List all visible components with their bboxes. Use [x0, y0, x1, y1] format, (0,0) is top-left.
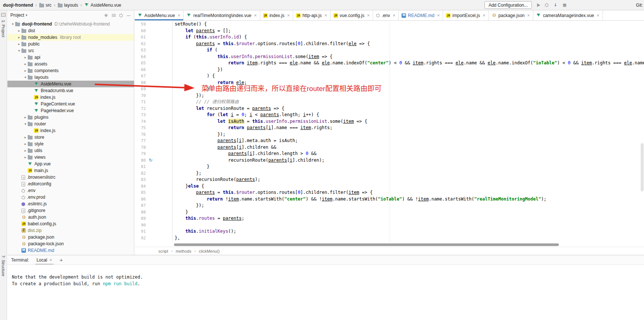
tree-item-editorconfig[interactable]: .editorconfig — [7, 181, 134, 187]
tab-readme-md[interactable]: MREADME.md× — [399, 10, 443, 20]
structure-tool-button[interactable]: 7: Structure — [1, 255, 6, 276]
tree-item-auth-json[interactable]: {}auth.json — [7, 214, 134, 220]
close-terminal-tab-icon[interactable]: × — [49, 257, 52, 263]
tree-item-package-json[interactable]: {}package.json — [7, 234, 134, 240]
tab-package-json[interactable]: {}package.json× — [489, 10, 533, 20]
tab-importexcel-js[interactable]: JSimportExcel.js× — [443, 10, 489, 20]
tree-item-app-vue[interactable]: App.vue — [7, 161, 134, 167]
chevron-collapsed-icon[interactable]: ▸ — [23, 55, 28, 59]
tree-item-router[interactable]: ▾router — [7, 121, 134, 127]
chevron-expanded-icon[interactable]: ▾ — [17, 49, 21, 53]
close-tab-icon[interactable]: × — [324, 13, 327, 18]
tree-item-components[interactable]: ▸components — [7, 67, 134, 74]
breadcrumb-item-asidemenu-vue[interactable]: AsideMenu.vue — [84, 3, 121, 8]
close-tab-icon[interactable]: × — [178, 13, 181, 18]
chevron-collapsed-icon[interactable]: ▸ — [17, 29, 21, 33]
add-configuration-button[interactable]: Add Configuration... — [484, 1, 532, 9]
settings-icon[interactable] — [545, 3, 549, 7]
vcs-update-icon[interactable]: ↓ — [553, 3, 558, 7]
close-tab-icon[interactable]: × — [254, 13, 257, 18]
horizontal-scrollbar[interactable] — [135, 243, 644, 247]
tree-item-env-prod[interactable]: .env.prod — [7, 194, 134, 201]
tree-item-env[interactable]: .env — [7, 187, 134, 194]
breadcrumb-item-src[interactable]: src — [39, 3, 51, 8]
git-branch-label[interactable]: Git: — [636, 3, 643, 8]
close-tab-icon[interactable]: × — [437, 13, 440, 18]
tree-item-duoji-frontend[interactable]: ▾duoji-frontendD:\zheheWeb\duoji-fronten… — [7, 21, 134, 27]
locate-icon[interactable]: ⊕ — [104, 13, 108, 18]
tree-item-eslintrc-js[interactable]: .eslintrc.js — [7, 201, 134, 207]
chevron-collapsed-icon[interactable]: ▸ — [23, 69, 28, 73]
project-view-dropdown[interactable]: Project ▾ — [10, 13, 27, 18]
close-tab-icon[interactable]: × — [597, 13, 600, 18]
horizontal-scrollbar-thumb[interactable] — [174, 243, 559, 246]
tree-item-asidemenu-vue[interactable]: AsideMenu.vue — [7, 81, 134, 87]
project-tool-button[interactable]: 1: Project — [1, 20, 6, 37]
breadcrumb-item-script[interactable]: script — [158, 249, 168, 253]
tree-item-label: plugins — [34, 115, 48, 120]
close-tab-icon[interactable]: × — [393, 13, 396, 18]
breadcrumb-item-layouts[interactable]: layouts — [58, 3, 78, 8]
tab-realtimemonitoring-index-vue[interactable]: realTimeMonitoring\index.vue× — [184, 10, 260, 20]
breadcrumb-item-clickmenu[interactable]: clickMenu() — [199, 249, 219, 253]
tree-item-src[interactable]: ▾src — [7, 47, 134, 54]
chevron-collapsed-icon[interactable]: ▸ — [17, 36, 21, 39]
breadcrumb-item-methods[interactable]: methods — [176, 249, 191, 253]
tree-item-index-js[interactable]: JSindex.js — [7, 94, 134, 101]
tab-vue-config-js[interactable]: JSvue.config.js× — [331, 10, 373, 20]
chevron-collapsed-icon[interactable]: ▸ — [23, 149, 28, 152]
gear-icon[interactable] — [119, 14, 123, 17]
tree-item-pagecontent-vue[interactable]: PageContent.vue — [7, 101, 134, 107]
terminal-output[interactable]: Note that the development build is not o… — [7, 265, 644, 287]
chevron-expanded-icon[interactable]: ▾ — [23, 75, 28, 79]
tree-item-babel-config-js[interactable]: JSbabel.config.js — [7, 220, 134, 227]
grid-icon[interactable]: ▦ — [562, 3, 567, 7]
close-tab-icon[interactable]: × — [483, 13, 486, 18]
tree-item-breadcrumb-vue[interactable]: Breadcrumb.vue — [7, 87, 134, 94]
tree-item-main-js[interactable]: JSmain.js — [7, 167, 134, 174]
tab-env[interactable]: .env× — [373, 10, 399, 20]
tree-item-dist-zip[interactable]: Zdist.zip — [7, 227, 134, 234]
hide-icon[interactable]: — — [126, 13, 131, 18]
breadcrumb-item-duoji-frontend[interactable]: duoji-frontend — [3, 3, 33, 8]
tree-item-browserslistrc[interactable]: .browserslistrc — [7, 174, 134, 181]
tree-item-readme-md[interactable]: MREADME.md — [7, 247, 134, 254]
chevron-expanded-icon[interactable]: ▾ — [23, 122, 28, 126]
tree-item-assets[interactable]: ▸assets — [7, 61, 134, 67]
tree-item-public[interactable]: ▸public — [7, 41, 134, 47]
tree-item-store[interactable]: ▸store — [7, 134, 134, 141]
tab-cameramanage-index-vue[interactable]: cameraManage\index.vue× — [533, 10, 603, 20]
close-tab-icon[interactable]: × — [527, 13, 530, 18]
tree-item-pageheader-vue[interactable]: PageHeader.vue — [7, 107, 134, 114]
close-tab-icon[interactable]: × — [287, 13, 290, 18]
close-tab-icon[interactable]: × — [367, 13, 370, 18]
tree-item-gitignore[interactable]: .gitignore — [7, 207, 134, 214]
tree-item-package-lock-json[interactable]: {}package-lock.json — [7, 240, 134, 247]
tab-asidemenu-vue[interactable]: AsideMenu.vue× — [135, 10, 184, 20]
chevron-collapsed-icon[interactable]: ▸ — [23, 142, 28, 146]
new-terminal-tab-icon[interactable]: + — [60, 257, 63, 263]
tab-index-js[interactable]: JSindex.js× — [260, 10, 293, 20]
chevron-collapsed-icon[interactable]: ▸ — [17, 42, 21, 46]
tree-item-views[interactable]: ▸views — [7, 154, 134, 161]
chevron-expanded-icon[interactable]: ▾ — [10, 22, 15, 26]
tree-item-style[interactable]: ▸style — [7, 141, 134, 147]
tree-item-layouts[interactable]: ▾layouts — [7, 74, 134, 81]
tab-http-api-js[interactable]: JShttp-api.js× — [293, 10, 331, 20]
tree-item-utils[interactable]: ▸utils — [7, 147, 134, 154]
tree-item-api[interactable]: ▸api — [7, 54, 134, 61]
code-editor[interactable]: 59setRoute() {60 let parents = [];61 if … — [135, 21, 644, 243]
terminal-tab-local[interactable]: Local × — [35, 255, 54, 265]
tree-item-dist[interactable]: ▸dist — [7, 27, 134, 34]
tool-window-switcher-icon[interactable] — [1, 13, 6, 17]
chevron-collapsed-icon[interactable]: ▸ — [23, 135, 28, 139]
collapse-all-icon[interactable] — [112, 14, 116, 17]
tree-item-node-modules[interactable]: ▸node_moduleslibrary root — [7, 34, 134, 41]
chevron-collapsed-icon[interactable]: ▸ — [23, 115, 28, 119]
chevron-collapsed-icon[interactable]: ▸ — [23, 155, 28, 159]
tree-item-index-js[interactable]: JSindex.js — [7, 127, 134, 134]
recursive-call-icon[interactable]: ↻ — [149, 157, 152, 163]
chevron-collapsed-icon[interactable]: ▸ — [23, 62, 28, 66]
run-icon[interactable] — [537, 3, 540, 7]
tree-item-plugins[interactable]: ▸plugins — [7, 114, 134, 121]
